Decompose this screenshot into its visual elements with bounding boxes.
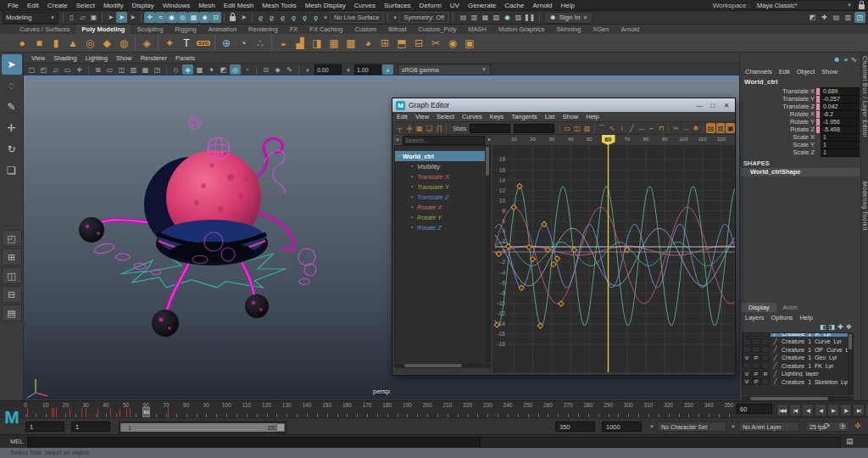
shape-node-row[interactable]: World_ctrlShape [740,168,860,176]
shelf-tab-arnold[interactable]: Arnold [615,25,645,34]
range-slider-bar[interactable]: 1 350 [119,422,287,433]
resolution-gate-icon[interactable]: ◫ [116,64,127,75]
visibility-toggle[interactable]: V [743,371,751,377]
workspace-lock-icon[interactable] [859,4,865,9]
visibility-toggle[interactable] [743,346,751,353]
shelf-tab-sculpting[interactable]: Sculpting [131,25,169,34]
layer-row[interactable]: VP╱Creature_1_Geo_Lyr [743,354,853,362]
color-space-selector[interactable]: sRGB gamma▼ [398,64,491,75]
layer-menu-options[interactable]: Options [771,314,793,321]
menu-mesh-display[interactable]: Mesh Display [301,2,350,9]
poly-cube-icon[interactable]: ■ [31,35,47,51]
outliner-node-row[interactable]: ▫▫World_ctrl [395,151,490,161]
keyframe-marker[interactable] [519,285,524,290]
isolate-select-icon[interactable]: ⊡ [260,64,271,75]
gamma-icon[interactable]: ◑ [342,64,353,75]
ge-menu-list[interactable]: List [545,113,555,120]
shelf-tab-animation[interactable]: Animation [203,25,242,34]
save-scene-icon[interactable]: ▣ [88,12,99,23]
linear-tangents-icon[interactable]: ╱ [627,123,637,133]
make-live-icon[interactable]: ◈ [199,12,210,23]
clamped-tangents-icon[interactable]: ≀ [617,123,626,133]
output-connections-icon[interactable]: ϱ [277,12,288,23]
menu-edit[interactable]: Edit [23,2,43,9]
attribute-editor-toggle-icon[interactable]: ▤ [831,12,842,23]
extrude-icon[interactable]: ⬒ [393,35,410,51]
step-forward-key-button[interactable]: |▶ [840,404,852,416]
poly-disc-icon[interactable]: ◍ [115,35,132,51]
shelf-tab-poly-modeling[interactable]: Poly Modeling [76,25,131,34]
keyframe-marker[interactable] [526,244,531,249]
layer-tab-display[interactable]: Display [742,303,776,312]
layer-next-icon[interactable]: ◨ [829,323,836,331]
graph-editor-titlebar[interactable]: M Graph Editor —□✕ [392,98,735,112]
mirror-icon[interactable]: ⊞ [376,35,393,51]
menu-select[interactable]: Select [72,2,99,9]
layer-row[interactable]: ╱Creature_1_IK_Lyr [743,333,853,338]
tool-settings-toggle-icon[interactable]: ▥ [843,12,854,23]
menu-set-selector[interactable]: Modeling ▼ [3,12,58,24]
clock-settings-icon[interactable]: ◷ [839,422,846,430]
target-weld-icon[interactable]: ◉ [444,35,461,51]
filter-icon[interactable]: ▼ [394,135,401,145]
graph-toggle-icon[interactable]: ∿ [850,55,857,64]
menu-edit-mesh[interactable]: Edit Mesh [220,2,259,9]
buffer-curve-snapshot-icon[interactable]: ▤ [706,123,715,133]
textured-icon[interactable]: ▩ [194,64,205,75]
snap-to-curve-icon[interactable]: ≈ [155,12,166,23]
ge-menu-view[interactable]: View [415,113,429,120]
minimize-button[interactable]: — [693,100,706,111]
fill-hole-icon[interactable]: ▦ [326,35,342,51]
render-toggle[interactable] [761,338,770,345]
camera-attrs-icon[interactable]: ◰ [38,64,49,75]
search-input[interactable] [403,136,485,145]
curve-plot[interactable]: 181614121086420-2-4-6-8-10-12-14-16-18 [492,145,735,372]
exposure-field[interactable] [314,64,342,75]
select-by-hierarchy-icon[interactable]: ➤ [105,12,116,23]
frame-all-icon[interactable]: ▭ [563,123,572,133]
layout-four-pane[interactable]: ⊞ [2,249,22,265]
render-toggle[interactable] [761,378,770,385]
camera-icon[interactable]: ▢ [26,64,37,75]
cached-playback-icon[interactable]: ◉ [502,12,513,23]
step-tangents-icon[interactable]: ⌐ [647,123,656,133]
playback-start-field[interactable] [71,422,110,432]
poly-plane-icon[interactable]: ◆ [98,35,115,51]
display-toggle-icon[interactable]: ◕ [843,55,848,64]
frame-playback-range-icon[interactable]: ◫ [573,123,582,133]
menu-windows[interactable]: Windows [159,2,194,9]
current-time-field[interactable] [737,404,772,414]
remesh-icon[interactable]: ▩ [342,35,359,51]
input-connections-icon[interactable]: ϱ [255,12,266,23]
symmetry-field[interactable]: Symmetry: Off [399,12,448,23]
menu-arnold[interactable]: Arnold [528,2,556,9]
layout-single-pane[interactable]: ◰ [2,230,22,247]
render-toggle[interactable] [761,362,770,369]
menu-curves[interactable]: Curves [350,2,380,9]
shelf-tab-fx[interactable]: FX [284,25,304,34]
multi-cut-icon[interactable]: ✂ [427,35,444,51]
open-scene-icon[interactable]: ▱ [77,12,88,23]
menu-help[interactable]: Help [557,2,579,9]
channel-row[interactable]: ▪Rotate Z [395,222,490,232]
auto-tangents-icon[interactable]: ⌒ [598,123,607,133]
layer-list-vscrollbar[interactable] [848,333,853,394]
playback-toggle[interactable] [752,362,760,369]
unify-tangents-icon[interactable]: ↔ [682,123,691,133]
ge-menu-select[interactable]: Select [437,113,454,120]
visibility-toggle[interactable] [743,362,751,369]
menu-create[interactable]: Create [43,2,72,9]
shelf-tab-fx-caching[interactable]: FX Caching [303,25,348,34]
range-end-handle[interactable] [276,423,285,432]
channel-box-menu-channels[interactable]: Channels [745,68,772,75]
viewport-menu-view[interactable]: View [27,54,49,62]
visibility-toggle[interactable]: V [743,378,751,385]
select-tool[interactable]: ➤ [2,54,22,75]
gate-mask-icon[interactable]: ▥ [128,64,139,75]
rotate-tool[interactable]: ↻ [2,139,22,159]
animation-start-field[interactable] [25,422,64,432]
menu-uv[interactable]: UV [446,2,464,9]
shelf-tab-custom-poly[interactable]: Custom_Poly [413,25,463,34]
stats-time-field[interactable] [470,124,510,133]
construction-aim-icon[interactable]: ⊕ [218,35,235,51]
